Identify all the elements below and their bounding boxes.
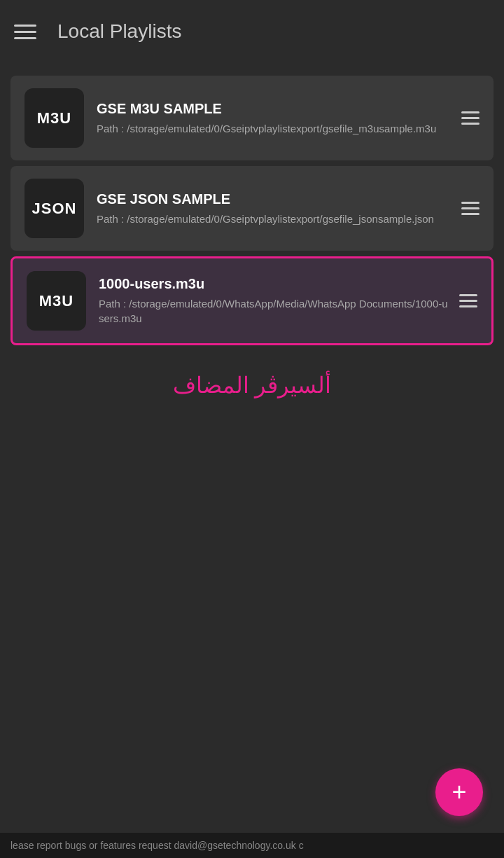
playlist-item-1000-users[interactable]: M3U 1000-users.m3u Path : /storage/emula… (10, 256, 493, 345)
playlist-icon-1000-users: M3U (27, 271, 86, 331)
app-header: Local Playlists (0, 0, 504, 63)
bottom-bar-text: lease report bugs or features request da… (0, 833, 504, 858)
arabic-annotation: ألسيرڤر المضاف (0, 358, 504, 413)
playlist-icon-gse-json-sample: JSON (24, 179, 84, 238)
playlist-info-gse-json-sample: GSE JSON SAMPLE Path : /storage/emulated… (97, 191, 451, 226)
playlist-item-gse-json-sample[interactable]: JSON GSE JSON SAMPLE Path : /storage/emu… (10, 166, 493, 251)
menu-button[interactable] (14, 25, 36, 39)
playlist-icon-gse-m3u-sample: M3U (24, 88, 84, 148)
playlist-icon-label-gse-m3u-sample: M3U (37, 109, 71, 127)
playlist-icon-label-gse-json-sample: JSON (32, 200, 77, 218)
playlist-icon-label-1000-users: M3U (39, 292, 74, 310)
playlist-item-gse-m3u-sample[interactable]: M3U GSE M3U SAMPLE Path : /storage/emula… (10, 76, 493, 160)
playlist-menu-1000-users[interactable] (459, 294, 477, 307)
playlist-path-1000-users: Path : /storage/emulated/0/WhatsApp/Medi… (99, 296, 449, 326)
playlist-name-1000-users: 1000-users.m3u (99, 276, 449, 292)
add-playlist-button[interactable]: + (435, 768, 483, 816)
playlist-list: M3U GSE M3U SAMPLE Path : /storage/emula… (0, 63, 504, 358)
playlist-path-gse-json-sample: Path : /storage/emulated/0/Gseiptvplayli… (97, 212, 451, 226)
playlist-path-gse-m3u-sample: Path : /storage/emulated/0/Gseiptvplayli… (97, 121, 451, 136)
playlist-info-1000-users: 1000-users.m3u Path : /storage/emulated/… (99, 276, 449, 326)
page-title: Local Playlists (57, 20, 181, 43)
playlist-name-gse-m3u-sample: GSE M3U SAMPLE (97, 101, 451, 117)
playlist-name-gse-json-sample: GSE JSON SAMPLE (97, 191, 451, 207)
playlist-menu-gse-m3u-sample[interactable] (461, 111, 479, 125)
playlist-menu-gse-json-sample[interactable] (461, 202, 479, 215)
playlist-info-gse-m3u-sample: GSE M3U SAMPLE Path : /storage/emulated/… (97, 101, 451, 136)
